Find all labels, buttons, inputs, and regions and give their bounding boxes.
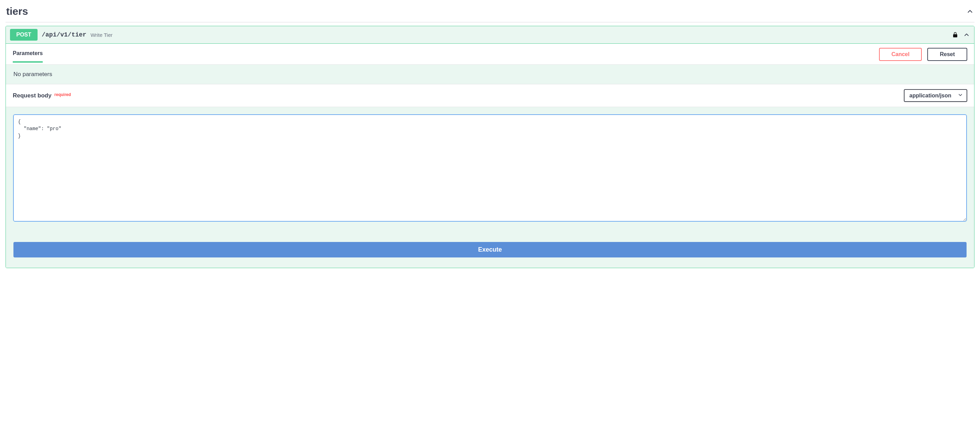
request-body-header: Request body required application/json	[6, 84, 974, 107]
group-title: tiers	[6, 5, 28, 17]
method-badge: POST	[10, 29, 38, 41]
request-body-required-label: required	[54, 92, 71, 97]
operation-path: /api/v1/tier	[42, 31, 86, 38]
parameters-header: Parameters Cancel Reset	[6, 44, 974, 65]
operation-description: Write Tier	[91, 32, 113, 38]
request-body-area: Execute	[6, 107, 974, 268]
no-parameters-message: No parameters	[6, 65, 974, 84]
reset-button[interactable]: Reset	[927, 48, 967, 61]
chevron-up-icon	[966, 8, 974, 15]
lock-icon[interactable]	[952, 31, 958, 38]
content-type-select[interactable]: application/json	[904, 89, 967, 102]
chevron-up-icon	[963, 31, 970, 38]
request-body-title: Request body	[13, 92, 51, 99]
cancel-button[interactable]: Cancel	[879, 48, 922, 61]
operation-block: POST /api/v1/tier Write Tier Parameters …	[5, 26, 975, 268]
group-header[interactable]: tiers	[5, 3, 975, 22]
operation-summary[interactable]: POST /api/v1/tier Write Tier	[6, 26, 974, 44]
request-body-textarea[interactable]	[13, 115, 967, 221]
execute-button[interactable]: Execute	[13, 242, 967, 257]
parameters-title: Parameters	[13, 50, 43, 56]
